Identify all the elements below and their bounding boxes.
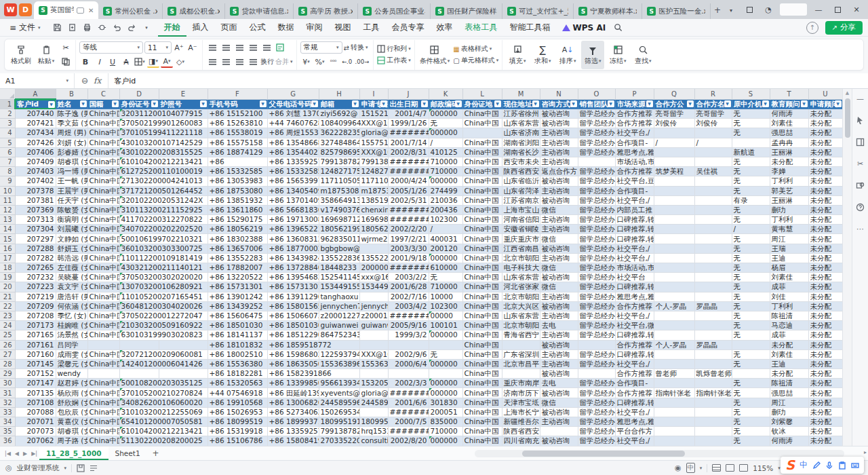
cell[interactable]: 指南针张老	[694, 388, 732, 398]
header-cell[interactable]: 出生日期▼	[388, 99, 429, 109]
cell[interactable]: 无	[732, 119, 770, 128]
cell[interactable]: 未分配	[808, 234, 842, 244]
cell[interactable]: 王丽淋	[770, 147, 808, 157]
cell[interactable]: 135522836	[319, 253, 359, 263]
cell[interactable]: China中国	[87, 407, 119, 417]
cell[interactable]: 刘晨曦 (女	[56, 225, 87, 234]
cell[interactable]: 110105200207165451	[119, 292, 208, 301]
cell[interactable]	[502, 369, 540, 379]
cell[interactable]: +86 1335925706	[267, 157, 319, 166]
cell[interactable]: 无	[732, 273, 770, 282]
cell[interactable]	[694, 379, 732, 388]
cell[interactable]: 155363896	[359, 359, 388, 368]
cell[interactable]: 成菲	[770, 330, 808, 340]
cell[interactable]: 口碑推荐,转	[615, 234, 654, 244]
cell[interactable]: 吴晓蔓 (女	[56, 273, 87, 282]
cell[interactable]: +86 13552283	[208, 253, 267, 263]
cell[interactable]: 彭睿婧 (女	[56, 147, 87, 157]
cell[interactable]: 留学总经办	[578, 195, 615, 205]
filter-dropdown-icon[interactable]: ▼	[570, 100, 577, 107]
cell[interactable]: 钦冰	[770, 427, 808, 436]
cell[interactable]: 无	[732, 244, 770, 253]
cell[interactable]: 主动咨询	[540, 349, 578, 359]
cell[interactable]: +86 1396522100	[267, 225, 319, 234]
cell[interactable]: 1999/3/2	[388, 330, 429, 340]
cell[interactable]: #########	[388, 388, 429, 398]
cell[interactable]: +86 13851932	[208, 195, 267, 205]
cell[interactable]: +86 18099519	[208, 417, 267, 427]
cell[interactable]: 主动咨询	[540, 330, 578, 340]
cell[interactable]: China中国	[87, 282, 119, 292]
cell[interactable]: 340826200106060020	[119, 398, 208, 407]
cell[interactable]: +86 1370140948	[267, 195, 319, 205]
cell[interactable]: wjrme221@	[359, 234, 388, 244]
export-icon[interactable]	[65, 21, 79, 35]
cell[interactable]: +86 1851229020	[267, 330, 319, 340]
cell[interactable]	[654, 263, 694, 273]
cell[interactable]: +86 18302388	[208, 234, 267, 244]
cell[interactable]: +86 1971300890	[267, 215, 319, 225]
cell[interactable]: 留学总经办	[578, 282, 615, 292]
cell[interactable]: 799138782	[319, 427, 359, 436]
cell[interactable]: 留学总经办	[578, 359, 615, 368]
cell[interactable]: +86 1391129694	[267, 292, 319, 301]
translate-chevron-icon[interactable]: ▾	[700, 466, 703, 471]
cell[interactable]: 135522836	[359, 253, 388, 263]
cell[interactable]: jennychen7	[319, 301, 359, 311]
cell[interactable]: 430321200211140121	[119, 263, 208, 273]
cell[interactable]: 蒯玏	[770, 407, 808, 417]
filter-dropdown-icon[interactable]: ▼	[200, 100, 207, 107]
font-size-select[interactable]: 11▾	[144, 41, 172, 54]
cell[interactable]: 207173	[15, 321, 56, 330]
cell[interactable]: +86 18056219	[208, 225, 267, 234]
cell[interactable]	[732, 138, 770, 147]
cell[interactable]: 未分配	[808, 253, 842, 263]
cell[interactable]: #########	[388, 128, 429, 138]
cell[interactable]: 口碑推荐,转	[615, 282, 654, 292]
cell[interactable]: 衡琬明 (女	[56, 215, 87, 225]
cell[interactable]: +86 15332585	[208, 167, 267, 176]
cell[interactable]: 2005/9/16	[388, 321, 429, 330]
cell[interactable]: 无	[732, 205, 770, 214]
cell[interactable]: 主动咨询	[540, 215, 578, 225]
cell[interactable]: China中国	[462, 244, 502, 253]
cell[interactable]: China中国	[462, 186, 502, 195]
row-header[interactable]: 4	[0, 128, 15, 138]
row-header[interactable]: 11	[0, 195, 15, 205]
wrap-text-button[interactable]	[274, 41, 286, 54]
cell[interactable]: #########	[388, 263, 429, 273]
cell[interactable]: +86 周煜155380	[267, 128, 319, 138]
select-all-corner[interactable]	[0, 89, 15, 99]
file-tab[interactable]: S 贷款申请信息.xlsx	[225, 3, 294, 19]
cell[interactable]: 留学总经办	[578, 205, 615, 214]
menu-item-视图[interactable]: 视图	[329, 19, 357, 37]
cell[interactable]: 340702200202202520	[119, 225, 208, 234]
cell[interactable]: 平台合作方	[615, 427, 654, 436]
cell[interactable]: #########	[388, 311, 429, 320]
column-header-D[interactable]: D	[119, 89, 159, 99]
cell[interactable]: 310103200212255069	[119, 407, 208, 417]
cell[interactable]	[694, 205, 732, 214]
cell[interactable]: 主动咨询	[540, 147, 578, 157]
cell[interactable]: 102300	[429, 215, 462, 225]
column-header-H[interactable]: H	[319, 89, 359, 99]
cell[interactable]: China中国	[462, 359, 502, 368]
cell[interactable]: 主动咨询	[540, 292, 578, 301]
cell[interactable]	[654, 398, 694, 407]
cell[interactable]: 207073	[15, 427, 56, 436]
cell[interactable]	[694, 417, 732, 427]
upload-icon[interactable]: ↑	[806, 22, 818, 34]
header-cell[interactable]: 身份证号▼	[119, 99, 159, 109]
cell[interactable]: 270335220	[319, 436, 359, 446]
cell[interactable]: 青海省西宁	[502, 330, 540, 340]
cell[interactable]: 未分配	[808, 427, 842, 436]
cell[interactable]	[654, 359, 694, 368]
cell[interactable]: 117110505	[319, 176, 359, 186]
decrease-decimal-icon[interactable]: ←.0	[341, 56, 353, 68]
cell[interactable]: +86 田延岭13954	[267, 388, 319, 398]
column-header-U[interactable]: U	[808, 89, 842, 99]
cell[interactable]: 留学总经办	[578, 349, 615, 359]
cell[interactable]: +86 1573130169	[267, 282, 319, 292]
cell[interactable]: 未分配	[808, 321, 842, 330]
cell[interactable]: 冯一博 (男	[56, 167, 87, 176]
